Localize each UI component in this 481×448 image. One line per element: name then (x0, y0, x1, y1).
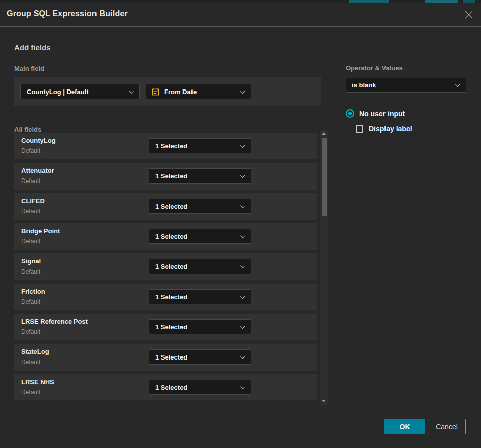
dropdown-value: 1 Selected (149, 293, 187, 301)
dropdown-value: CountyLog | Default (27, 88, 89, 96)
field-subtitle: Default (21, 147, 40, 154)
field-selected-dropdown[interactable]: 1 Selected (149, 138, 251, 153)
main-field-date-dropdown[interactable]: From Date (146, 84, 251, 99)
field-subtitle: Default (21, 389, 40, 396)
operator-dropdown[interactable]: is blank (346, 78, 466, 93)
field-subtitle: Default (21, 238, 40, 245)
field-subtitle: Default (21, 298, 40, 305)
ok-button[interactable]: OK (384, 419, 425, 434)
chevron-down-icon (129, 88, 134, 94)
dropdown-value: 1 Selected (149, 323, 187, 331)
field-row: Signal Default 1 Selected (14, 253, 317, 280)
dropdown-value: 1 Selected (149, 172, 187, 180)
field-name: CountyLog (21, 137, 56, 144)
field-row: CLIFED Default 1 Selected (14, 193, 317, 220)
dropdown-value: 1 Selected (149, 263, 187, 271)
dropdown-value: 1 Selected (149, 384, 187, 391)
dropdown-value: From Date (164, 88, 197, 96)
field-row: LRSE NHS Default 1 Selected (14, 374, 317, 400)
all-fields-list: CountyLog Default 1 Selected Attenuator … (14, 133, 317, 400)
chevron-down-icon (240, 203, 245, 208)
field-row: Friction Default 1 Selected (14, 284, 317, 310)
chevron-down-icon (240, 173, 245, 178)
main-field-source-dropdown[interactable]: CountyLog | Default (20, 84, 140, 99)
dropdown-value: 1 Selected (149, 203, 187, 210)
dropdown-value: is blank (352, 81, 376, 89)
field-row: CountyLog Default 1 Selected (14, 133, 317, 159)
field-subtitle: Default (21, 208, 40, 215)
chevron-down-icon (240, 143, 245, 148)
field-name: Signal (21, 257, 41, 265)
group-sql-expression-builder-dialog: Group SQL Expression Builder Add fields … (0, 3, 481, 448)
main-field-label: Main field (14, 65, 44, 72)
field-selected-dropdown[interactable]: 1 Selected (149, 229, 251, 244)
checkbox-label: Display label (369, 125, 412, 133)
field-selected-dropdown[interactable]: 1 Selected (149, 289, 251, 304)
field-subtitle: Default (21, 359, 40, 366)
close-button[interactable] (463, 9, 474, 20)
field-name: LRSE NHS (21, 378, 54, 386)
field-selected-dropdown[interactable]: 1 Selected (149, 199, 251, 214)
field-row: Attenuator Default 1 Selected (14, 163, 317, 190)
field-selected-dropdown[interactable]: 1 Selected (149, 259, 251, 274)
checkbox-icon (356, 125, 363, 133)
cancel-button[interactable]: Cancel (428, 419, 466, 434)
field-selected-dropdown[interactable]: 1 Selected (149, 319, 251, 334)
display-label-checkbox[interactable]: Display label (356, 125, 412, 133)
chevron-down-icon (240, 324, 245, 329)
dropdown-value: 1 Selected (149, 142, 187, 150)
field-name: LRSE Reference Post (21, 318, 88, 325)
scrollbar-thumb[interactable] (322, 138, 327, 216)
scroll-down-icon[interactable] (322, 400, 326, 402)
field-subtitle: Default (21, 177, 40, 185)
field-name: Attenuator (21, 167, 54, 174)
field-selected-dropdown[interactable]: 1 Selected (149, 168, 251, 184)
field-name: CLIFED (21, 197, 45, 205)
field-selected-dropdown[interactable]: 1 Selected (149, 349, 251, 365)
dialog-header: Group SQL Expression Builder (0, 3, 481, 27)
dropdown-value: 1 Selected (149, 353, 187, 361)
chevron-down-icon (240, 354, 245, 359)
radio-icon (346, 109, 354, 118)
field-selected-dropdown[interactable]: 1 Selected (149, 380, 251, 395)
vertical-divider (333, 60, 333, 404)
add-fields-heading: Add fields (14, 43, 51, 52)
scroll-up-icon[interactable] (322, 132, 326, 135)
field-subtitle: Default (21, 328, 40, 335)
field-name: Friction (21, 288, 45, 295)
chevron-down-icon (240, 263, 245, 268)
field-row: Bridge Point Default 1 Selected (14, 223, 317, 250)
chevron-down-icon (240, 88, 245, 94)
field-name: StateLog (21, 348, 49, 355)
no-user-input-radio[interactable]: No user input (346, 109, 405, 118)
field-subtitle: Default (21, 268, 40, 275)
scrollbar-track[interactable] (320, 130, 328, 405)
all-fields-label: All fields (14, 126, 41, 133)
calendar-icon (151, 87, 160, 96)
dialog-title: Group SQL Expression Builder (7, 9, 128, 18)
chevron-down-icon (240, 384, 245, 389)
dropdown-value: 1 Selected (149, 233, 187, 240)
field-row: StateLog Default 1 Selected (14, 344, 317, 371)
operator-values-label: Operator & Values (346, 64, 403, 72)
field-row: LRSE Reference Post Default 1 Selected (14, 314, 317, 340)
chevron-down-icon (240, 233, 245, 238)
chevron-down-icon (455, 82, 460, 87)
radio-label: No user input (359, 110, 405, 118)
chevron-down-icon (240, 294, 245, 299)
screen: Group SQL Expression Builder Add fields … (0, 0, 481, 448)
main-field-panel: CountyLog | Default From Date (14, 77, 321, 106)
close-icon (464, 13, 473, 21)
field-name: Bridge Point (21, 227, 60, 235)
